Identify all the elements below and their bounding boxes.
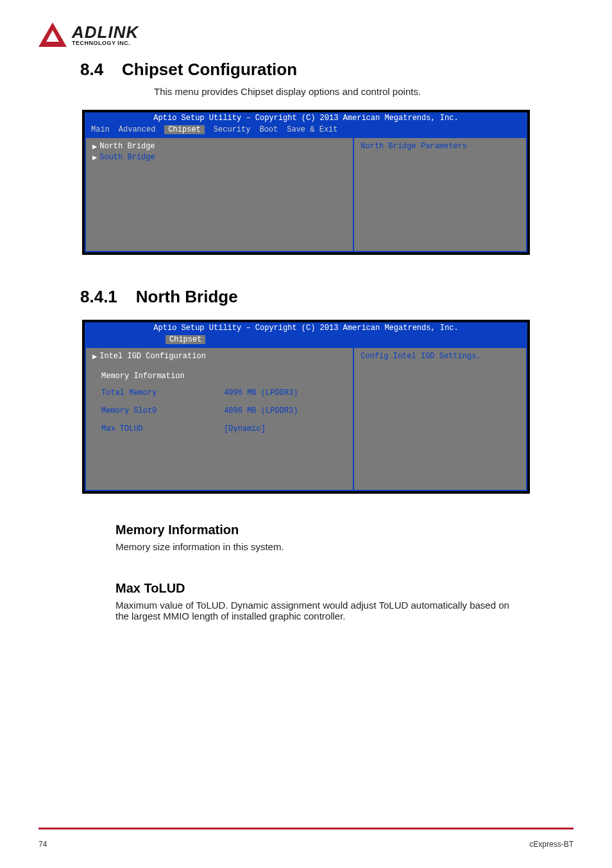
bios-title: Aptio Setup Utility – Copyright (C) 2013… [85, 112, 527, 124]
bios-help-pane: North Bridge Parameters [354, 137, 527, 252]
bios-title: Aptio Setup Utility – Copyright (C) 2013… [85, 322, 527, 334]
bios-tab-save-exit[interactable]: Save & Exit [287, 125, 337, 134]
section-desc: This menu provides Chipset display optio… [154, 86, 574, 97]
bios-tab-security[interactable]: Security [214, 125, 251, 134]
bios-help-pane: Config Intel IGD Settings. [354, 347, 527, 491]
bios-item-label: South Bridge [99, 153, 155, 162]
bios-row-memory-slot0: Memory Slot0 4096 MB (LPDDR3) [101, 406, 346, 415]
footer-page-number: 74 [38, 840, 47, 849]
bios-row-label: Memory Slot0 [101, 406, 224, 415]
bios-help-text: North Bridge Parameters [361, 142, 467, 151]
max-tolud-heading: Max ToLUD [115, 581, 574, 596]
logo-main: ADLINK [72, 24, 139, 40]
bios-row-value: [Dynamic] [224, 424, 346, 433]
bios-tab-chipset[interactable]: Chipset [164, 125, 204, 134]
bios-screenshot-north-bridge: Aptio Setup Utility – Copyright (C) 2013… [82, 320, 530, 494]
bios-item-south-bridge[interactable]: ▶ South Bridge [92, 153, 346, 162]
memory-info-desc: Memory size information in this system. [115, 541, 574, 552]
section-number: 8.4 [80, 60, 103, 79]
logo-text: ADLINK TECHNOLOGY INC. [72, 24, 139, 46]
bios-screenshot-chipset: Aptio Setup Utility – Copyright (C) 2013… [82, 110, 530, 255]
max-tolud-desc: Maximum value of ToLUD. Dynamic assignme… [115, 600, 513, 621]
bios-row-value: 4096 MB (LPDDR3) [224, 406, 346, 415]
bios-tab-boot[interactable]: Boot [259, 125, 278, 134]
subsection-number: 8.4.1 [80, 287, 117, 306]
logo: ADLINK TECHNOLOGY INC. [38, 22, 574, 47]
memory-info-heading: Memory Information [115, 523, 574, 537]
bios-menu: Main Advanced Chipset Security Boot Save… [85, 124, 527, 137]
bios-item-igd-config[interactable]: ▶ Intel IGD Configuration [92, 352, 346, 361]
bios-left-pane: ▶ Intel IGD Configuration Memory Informa… [85, 347, 354, 491]
footer-product: cExpress-BT [529, 840, 574, 849]
subsection-heading: 8.4.1 North Bridge [80, 287, 574, 307]
section-title: Chipset Configuration [122, 60, 297, 79]
bios-row-max-tolud[interactable]: Max TOLUD [Dynamic] [101, 424, 346, 433]
bios-tab-chipset[interactable]: Chipset [166, 335, 205, 344]
bios-item-north-bridge[interactable]: ▶ North Bridge [92, 142, 346, 152]
bios-left-pane: ▶ North Bridge ▶ South Bridge [85, 137, 354, 252]
footer-rule [38, 828, 574, 829]
bios-row-label: Max TOLUD [101, 424, 224, 433]
bios-row-label: Total Memory [101, 388, 224, 397]
logo-sub: TECHNOLOGY INC. [72, 40, 139, 46]
bios-tab-advanced[interactable]: Advanced [119, 125, 156, 134]
bios-row-total-memory: Total Memory 4096 MB (LPDDR3) [101, 388, 346, 397]
subsection-title: North Bridge [136, 287, 238, 306]
arrow-icon: ▶ [92, 142, 97, 152]
bios-help-text: Config Intel IGD Settings. [361, 352, 480, 361]
section-heading: 8.4 Chipset Configuration [80, 60, 574, 80]
bios-row-value: 4096 MB (LPDDR3) [224, 388, 346, 397]
logo-mark [38, 22, 67, 47]
bios-item-label: North Bridge [99, 142, 155, 152]
bios-item-label: Intel IGD Configuration [99, 352, 206, 361]
bios-tab-main[interactable]: Main [91, 125, 110, 134]
arrow-icon: ▶ [92, 153, 97, 162]
arrow-icon: ▶ [92, 352, 97, 361]
bios-section-label: Memory Information [101, 372, 346, 381]
bios-menu: Chipset [85, 334, 527, 347]
